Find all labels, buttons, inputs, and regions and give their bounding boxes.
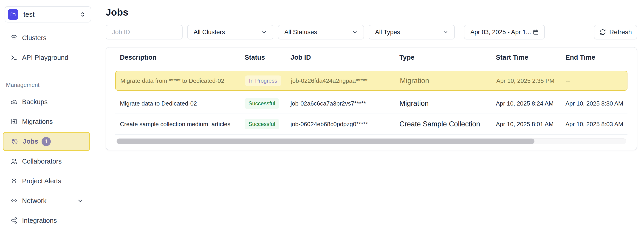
jobs-table-card: Description Status Job ID Type Start Tim… [106,47,637,150]
sidebar-item-label: Collaborators [22,158,62,165]
project-switcher-icon [79,11,86,18]
job-id-placeholder: Job ID [112,29,130,36]
refresh-button[interactable]: Refresh [594,25,637,39]
table-row[interactable]: Migrate data from ***** to Dedicated-02 … [115,71,628,91]
calendar-icon [532,29,539,35]
chevron-down-icon [352,29,358,35]
date-range-value: Apr 03, 2025 - Apr 1... [470,29,531,36]
cloud-upload-icon [10,98,18,106]
date-range-picker[interactable]: Apr 03, 2025 - Apr 1... [464,25,545,39]
cell-end-time: Apr 10, 2025 8:30 AM [566,100,628,107]
sidebar-item-label: Jobs [23,138,38,145]
cell-start-time: Apr 10, 2025 8:24 AM [496,100,566,107]
horizontal-scrollbar-thumb[interactable] [117,139,534,144]
sidebar-item-jobs[interactable]: Jobs 1 [3,132,90,151]
sidebar-item-label: Migrations [22,118,53,125]
sidebar-item-label: Clusters [22,34,46,42]
statuses-filter-value: All Statuses [284,29,317,36]
types-filter-value: All Types [375,29,400,36]
chevron-down-icon [442,29,449,35]
status-badge: Successful [244,98,279,109]
column-header-start-time: Start Time [496,54,566,61]
filters-bar: Job ID All Clusters All Statuses All Typ… [106,25,637,39]
refresh-icon [599,29,606,35]
project-folder-icon [8,9,18,20]
project-selector[interactable]: test [4,6,91,22]
cell-job-id: job-0226fda424a2ngpaa***** [291,77,400,84]
app-window: test Clusters [0,0,644,234]
sidebar-item-migrations[interactable]: Migrations [3,112,90,131]
table-row[interactable]: Migrate data to Dedicated-02 Successful … [115,93,628,114]
job-id-input[interactable]: Job ID [106,25,182,39]
cell-type: Migration [400,77,496,85]
column-header-status: Status [244,54,290,61]
cell-type: Create Sample Collection [400,120,496,128]
sidebar-item-integrations[interactable]: Integrations [3,211,90,230]
status-badge: Successful [244,119,279,129]
project-name: test [24,10,79,18]
cell-job-id: job-02a6c6ca7a3pr2vs7***** [290,100,400,107]
sidebar-item-label: Project Alerts [22,177,61,185]
main-content: Jobs Job ID All Clusters All Statuses Al… [96,0,644,234]
cell-description: Migrate data to Dedicated-02 [120,100,244,107]
share-nodes-icon [10,217,18,224]
column-header-job-id: Job ID [290,54,400,61]
column-header-description: Description [120,54,244,61]
cell-start-time: Apr 10, 2025 2:35 PM [496,77,566,84]
column-header-type: Type [400,54,496,61]
sidebar-item-project-alerts[interactable]: Project Alerts [3,171,90,191]
sidebar-section-management: Management [6,82,96,88]
cell-type: Migration [400,99,496,108]
alert-siren-icon [10,177,18,185]
table-row[interactable]: Create sample collection medium_articles… [115,114,628,135]
cell-job-id: job-06024eb68c0pdpzg0***** [290,121,400,128]
horizontal-scrollbar-track[interactable] [116,138,626,144]
sidebar-item-collaborators[interactable]: Collaborators [3,151,90,171]
clusters-filter-value: All Clusters [194,29,225,36]
cell-end-time: Apr 10, 2025 8:03 AM [566,121,628,128]
status-badge: In Progress [245,75,281,86]
cell-status: Successful [244,119,290,129]
cell-status: In Progress [245,75,291,86]
refresh-label: Refresh [609,28,632,36]
cell-start-time: Apr 10, 2025 8:01 AM [496,121,566,128]
sidebar-item-label: Integrations [22,217,57,224]
clusters-icon [10,34,18,41]
sidebar-item-label: Backups [22,98,48,106]
table-header-row: Description Status Job ID Type Start Tim… [115,47,628,67]
page-title: Jobs [106,7,637,18]
cell-status: Successful [244,98,290,109]
sidebar: test Clusters [0,0,96,234]
network-arrows-icon [10,197,18,204]
clusters-filter-select[interactable]: All Clusters [187,25,273,39]
sidebar-item-clusters[interactable]: Clusters [3,28,90,48]
sidebar-item-network[interactable]: Network [3,191,90,211]
statuses-filter-select[interactable]: All Statuses [278,25,364,39]
cell-end-time: -- [566,77,627,84]
sidebar-item-label: Network [22,197,46,205]
sidebar-item-api-playground[interactable]: API Playground [3,48,90,67]
cell-description: Create sample collection medium_articles [120,121,244,128]
migration-box-icon [10,118,18,125]
sidebar-item-backups[interactable]: Backups [3,92,90,112]
types-filter-select[interactable]: All Types [368,25,455,39]
jobs-history-icon [11,138,18,145]
chevron-down-icon [261,29,267,35]
users-icon [10,158,18,165]
chevron-down-icon [77,197,84,204]
cell-description: Migrate data from ***** to Dedicated-02 [120,77,245,84]
terminal-icon [10,54,18,61]
jobs-count-badge: 1 [42,137,51,146]
sidebar-nav: Clusters API Playground Management [0,28,96,230]
sidebar-item-label: API Playground [22,54,68,61]
column-header-end-time: End Time [566,54,628,61]
